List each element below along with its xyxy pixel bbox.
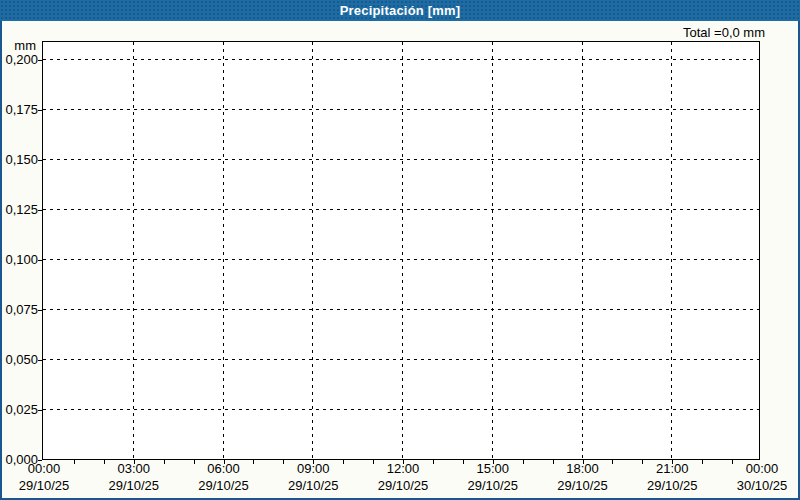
x-tick-time-label: 18:00 <box>566 462 599 476</box>
x-tick-time-label: 06:00 <box>207 462 240 476</box>
chart-window: Precipitación [mm] Total =0,0 mm mm 0,20… <box>0 0 800 500</box>
x-axis-tick <box>642 460 643 464</box>
x-tick-date-label: 29/10/25 <box>647 479 698 493</box>
x-tick-time-label: 00:00 <box>746 462 779 476</box>
x-tick-date-label: 29/10/25 <box>557 479 608 493</box>
plot-area <box>42 41 760 460</box>
y-tick-label: 0,075 <box>2 303 38 317</box>
gridline-horizontal <box>43 159 759 160</box>
y-tick-label: 0,125 <box>2 203 38 217</box>
y-tick-label: 0,100 <box>2 253 38 267</box>
x-tick-time-label: 21:00 <box>656 462 689 476</box>
x-axis-tick <box>433 460 434 464</box>
gridline-horizontal <box>43 359 759 360</box>
title-bar: Precipitación [mm] <box>0 0 800 21</box>
x-tick-date-label: 29/10/25 <box>19 479 70 493</box>
y-axis-tick <box>38 210 42 211</box>
y-axis-tick <box>38 260 42 261</box>
x-axis-tick <box>732 460 733 464</box>
x-tick-time-label: 03:00 <box>117 462 150 476</box>
gridline-vertical <box>492 42 493 459</box>
y-tick-label: 0,175 <box>2 103 38 117</box>
x-tick-time-label: 12:00 <box>387 462 420 476</box>
chart-content: Total =0,0 mm mm 0,2000,1750,1500,1250,1… <box>0 21 800 500</box>
x-axis-tick <box>612 460 613 464</box>
y-tick-label: 0,025 <box>2 403 38 417</box>
y-tick-label: 0,150 <box>2 153 38 167</box>
chart-title: Precipitación [mm] <box>340 3 461 18</box>
x-tick-date-label: 29/10/25 <box>108 479 159 493</box>
x-tick-date-label: 29/10/25 <box>378 479 429 493</box>
x-tick-time-label: 09:00 <box>297 462 330 476</box>
gridline-vertical <box>223 42 224 459</box>
gridline-horizontal <box>43 259 759 260</box>
x-tick-time-label: 00:00 <box>28 462 61 476</box>
x-tick-date-label: 29/10/25 <box>198 479 249 493</box>
x-axis-tick <box>164 460 165 464</box>
gridline-horizontal <box>43 59 759 60</box>
y-tick-label: 0,050 <box>2 353 38 367</box>
x-axis-tick <box>463 460 464 464</box>
gridline-horizontal <box>43 109 759 110</box>
y-axis-tick <box>38 360 42 361</box>
gridline-vertical <box>582 42 583 459</box>
gridline-vertical <box>312 42 313 459</box>
x-tick-date-label: 29/10/25 <box>467 479 518 493</box>
y-axis-unit-label: mm <box>2 38 36 53</box>
gridline-vertical <box>402 42 403 459</box>
x-axis-tick <box>702 460 703 464</box>
x-axis-tick <box>343 460 344 464</box>
x-tick-time-label: 15:00 <box>476 462 509 476</box>
x-axis-tick <box>194 460 195 464</box>
x-axis-tick <box>74 460 75 464</box>
x-axis-tick <box>253 460 254 464</box>
gridline-horizontal <box>43 309 759 310</box>
gridline-horizontal <box>43 409 759 410</box>
x-axis-tick <box>553 460 554 464</box>
gridline-vertical <box>133 42 134 459</box>
x-axis-tick <box>283 460 284 464</box>
x-axis-tick <box>104 460 105 464</box>
x-tick-date-label: 29/10/25 <box>288 479 339 493</box>
x-axis-tick <box>373 460 374 464</box>
x-tick-date-label: 30/10/25 <box>737 479 788 493</box>
y-axis-tick <box>38 60 42 61</box>
y-axis-tick <box>38 410 42 411</box>
y-axis-tick <box>38 310 42 311</box>
gridline-vertical <box>671 42 672 459</box>
y-tick-label: 0,200 <box>2 53 38 67</box>
y-axis-tick <box>38 110 42 111</box>
total-label: Total =0,0 mm <box>683 25 765 40</box>
y-axis-tick <box>38 160 42 161</box>
gridline-horizontal <box>43 209 759 210</box>
x-axis-tick <box>523 460 524 464</box>
